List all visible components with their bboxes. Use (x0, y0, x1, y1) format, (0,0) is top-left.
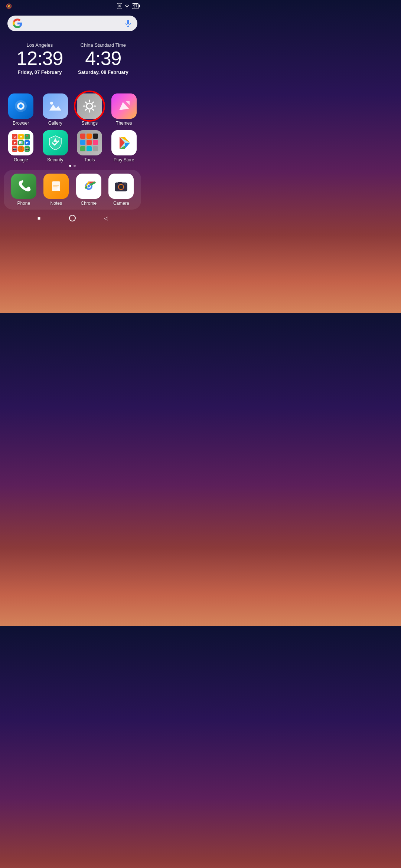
notes-icon (43, 174, 69, 199)
date-cst: Saturday, 08 February (78, 69, 128, 75)
dock-phone[interactable]: Phone (9, 174, 39, 206)
google-label: Google (14, 157, 28, 162)
svg-line-18 (85, 109, 87, 110)
svg-point-35 (120, 185, 123, 188)
app-browser[interactable]: Browser (5, 93, 37, 126)
nav-circle-svg (69, 214, 76, 222)
app-themes[interactable]: Themes (108, 93, 140, 126)
svg-rect-3 (127, 20, 129, 24)
microphone-icon[interactable] (124, 19, 132, 27)
app-grid-row2: G M 📍 ▶ 📊 ▶ 📷 🎵 📸 Google Security (0, 130, 145, 162)
play-store-icon (111, 130, 137, 155)
google-grid: G M 📍 ▶ 📊 ▶ 📷 🎵 📸 (12, 134, 30, 152)
svg-point-9 (50, 102, 53, 105)
time-cst: 4:39 (78, 49, 128, 68)
gallery-label: Gallery (48, 121, 62, 126)
signal-x-icon (117, 3, 122, 9)
status-right: 97 (117, 3, 139, 9)
app-google[interactable]: G M 📍 ▶ 📊 ▶ 📷 🎵 📸 Google (5, 130, 37, 162)
notes-label: Notes (50, 201, 62, 206)
city-label-la: Los Angeles (16, 42, 63, 48)
gallery-svg (47, 98, 63, 114)
dock: Phone Notes Chro (4, 170, 141, 210)
date-la: Friday, 07 February (16, 69, 63, 75)
chrome-label: Chrome (81, 201, 97, 206)
svg-point-36 (124, 183, 126, 185)
chrome-svg (81, 178, 97, 194)
clock-china: China Standard Time 4:39 Saturday, 08 Fe… (78, 42, 128, 75)
play-store-label: Play Store (114, 157, 134, 162)
clock-widget: Los Angeles 12:39 Friday, 07 February Ch… (0, 35, 145, 79)
svg-line-17 (92, 102, 94, 103)
nav-back[interactable]: ◁ (102, 214, 110, 222)
app-gallery[interactable]: Gallery (40, 93, 71, 126)
city-label-cst: China Standard Time (78, 42, 128, 48)
google-apps-icon: G M 📍 ▶ 📊 ▶ 📷 🎵 📸 (8, 130, 33, 155)
app-security[interactable]: Security (40, 130, 71, 162)
svg-marker-19 (126, 101, 130, 105)
camera-svg (113, 178, 129, 194)
svg-point-10 (87, 103, 92, 109)
settings-gear-svg (81, 98, 98, 114)
nav-circle[interactable] (68, 214, 76, 222)
phone-label: Phone (17, 201, 30, 206)
wifi-icon (124, 4, 130, 9)
settings-icon (77, 93, 102, 119)
time-la: 12:39 (16, 49, 63, 68)
camera-icon (108, 174, 134, 199)
browser-icon (8, 93, 33, 119)
dot-active (69, 165, 71, 167)
nav-square[interactable]: ■ (35, 214, 43, 222)
battery-level: 97 (133, 4, 137, 8)
themes-svg (116, 98, 132, 114)
phone-icon (11, 174, 36, 199)
app-grid-row1: Browser Gallery (0, 93, 145, 126)
app-settings[interactable]: Settings (74, 93, 105, 126)
camera-label: Camera (113, 201, 129, 206)
svg-rect-37 (118, 182, 122, 183)
status-bar: 🔕 97 (0, 0, 145, 10)
nav-bar: ■ ◁ (0, 210, 145, 226)
battery-indicator: 97 (132, 3, 139, 9)
clock-los-angeles: Los Angeles 12:39 Friday, 07 February (16, 42, 63, 75)
svg-point-38 (69, 215, 75, 221)
tools-label: Tools (84, 157, 95, 162)
battery-nub (139, 5, 140, 7)
mute-icon: 🔕 (6, 3, 12, 9)
gallery-icon (43, 93, 68, 119)
svg-point-8 (19, 104, 23, 108)
tools-icon (77, 130, 102, 155)
tools-grid (80, 134, 99, 152)
dock-camera[interactable]: Camera (107, 174, 136, 206)
security-svg (48, 135, 62, 151)
svg-line-15 (85, 102, 87, 103)
dock-chrome[interactable]: Chrome (74, 174, 104, 206)
page-dots (0, 165, 145, 167)
themes-icon (111, 93, 137, 119)
play-store-svg (117, 135, 131, 150)
security-icon (43, 130, 68, 155)
notes-svg (49, 179, 63, 193)
google-logo (13, 19, 22, 28)
svg-point-31 (87, 185, 90, 188)
app-play-store[interactable]: Play Store (108, 130, 140, 162)
settings-label: Settings (82, 121, 98, 126)
security-label: Security (47, 157, 63, 162)
themes-label: Themes (116, 121, 132, 126)
browser-svg (13, 99, 28, 114)
phone-svg (17, 179, 31, 193)
browser-label: Browser (13, 121, 29, 126)
app-tools[interactable]: Tools (74, 130, 105, 162)
chrome-icon (76, 174, 101, 199)
svg-line-16 (92, 109, 94, 110)
search-bar[interactable] (7, 16, 137, 31)
dot-inactive (74, 165, 76, 167)
dock-notes[interactable]: Notes (42, 174, 71, 206)
svg-marker-24 (125, 143, 130, 149)
